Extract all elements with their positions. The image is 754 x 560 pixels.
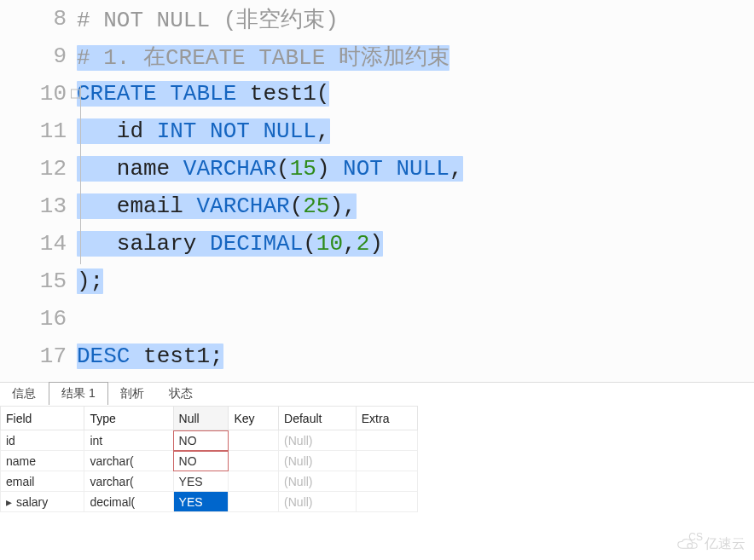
cell-null[interactable]: YES	[173, 492, 229, 512]
line-number: 12	[0, 156, 77, 182]
table-row[interactable]: emailvarchar(YES(Null)	[1, 471, 418, 492]
code-content[interactable]: # NOT NULL (非空约束)	[77, 4, 754, 34]
code-line[interactable]: 12 name VARCHAR(15) NOT NULL,	[0, 150, 754, 188]
code-content[interactable]: salary DECIMAL(10,2)	[77, 231, 754, 257]
code-line[interactable]: 14 salary DECIMAL(10,2)	[0, 225, 754, 263]
code-line[interactable]: 10CREATE TABLE test1(	[0, 75, 754, 113]
cell-null[interactable]: NO	[173, 430, 229, 451]
cell-type[interactable]: varchar(	[84, 471, 173, 492]
cell-default[interactable]: (Null)	[279, 492, 357, 512]
result-tabs: 信息结果 1剖析状态	[0, 382, 754, 406]
code-line[interactable]: 8# NOT NULL (非空约束)	[0, 0, 754, 38]
cell-extra[interactable]	[356, 451, 417, 471]
tab-1[interactable]: 结果 1	[49, 382, 108, 405]
cell-key[interactable]	[229, 451, 279, 471]
line-number: 13	[0, 193, 77, 219]
fold-guide	[80, 85, 81, 264]
cell-key[interactable]	[229, 430, 279, 451]
code-content[interactable]: );	[77, 268, 754, 294]
cell-field[interactable]: id	[1, 430, 84, 451]
code-content[interactable]: name VARCHAR(15) NOT NULL,	[77, 156, 754, 182]
cell-null[interactable]: YES	[173, 471, 229, 492]
cell-field[interactable]: name	[1, 451, 84, 471]
code-content[interactable]: email VARCHAR(25),	[77, 193, 754, 219]
code-content[interactable]: # 1. 在CREATE TABLE 时添加约束	[77, 42, 754, 72]
col-key[interactable]: Key	[229, 407, 279, 430]
cell-key[interactable]	[229, 492, 279, 512]
code-line[interactable]: 17DESC test1;	[0, 338, 754, 375]
code-line[interactable]: 15);	[0, 263, 754, 300]
line-number: 11	[0, 118, 77, 144]
cell-extra[interactable]	[356, 471, 417, 492]
watermark: 亿速云	[676, 535, 745, 553]
line-number: 16	[0, 306, 77, 332]
tab-0[interactable]: 信息	[0, 383, 49, 406]
col-null[interactable]: Null	[173, 407, 229, 430]
cell-default[interactable]: (Null)	[279, 471, 357, 492]
col-extra[interactable]: Extra	[356, 407, 417, 430]
cell-type[interactable]: decimal(	[84, 492, 173, 512]
col-default[interactable]: Default	[279, 407, 357, 430]
line-number: 8	[0, 6, 77, 32]
code-line[interactable]: 11 id INT NOT NULL,	[0, 113, 754, 150]
col-type[interactable]: Type	[84, 407, 173, 430]
cell-type[interactable]: int	[84, 430, 173, 451]
code-line[interactable]: 9# 1. 在CREATE TABLE 时添加约束	[0, 38, 754, 75]
cell-extra[interactable]	[356, 492, 417, 512]
cell-default[interactable]: (Null)	[279, 451, 357, 471]
results-panel: FieldTypeNullKeyDefaultExtra idintNO(Nul…	[0, 406, 754, 512]
code-editor[interactable]: 8# NOT NULL (非空约束)9# 1. 在CREATE TABLE 时添…	[0, 0, 754, 382]
cell-field[interactable]: ▸ salary	[1, 492, 84, 512]
table-row[interactable]: idintNO(Null)	[1, 430, 418, 451]
code-line[interactable]: 16	[0, 300, 754, 338]
col-field[interactable]: Field	[1, 407, 84, 430]
line-number: 17	[0, 344, 77, 369]
cell-field[interactable]: email	[1, 471, 84, 492]
table-row[interactable]: ▸ salarydecimal(YES(Null)	[1, 492, 418, 512]
line-number: 9	[0, 43, 77, 69]
code-line[interactable]: 13 email VARCHAR(25),	[0, 188, 754, 225]
line-number: 15	[0, 268, 77, 294]
tab-2[interactable]: 剖析	[108, 383, 157, 406]
line-number: 10	[0, 81, 77, 107]
cell-default[interactable]: (Null)	[279, 430, 357, 451]
code-content[interactable]: id INT NOT NULL,	[77, 118, 754, 144]
cell-extra[interactable]	[356, 430, 417, 451]
line-number: 14	[0, 231, 77, 257]
cs-watermark: CS	[688, 531, 703, 543]
tab-3[interactable]: 状态	[157, 383, 206, 406]
table-row[interactable]: namevarchar(NO(Null)	[1, 451, 418, 471]
code-content[interactable]: DESC test1;	[77, 344, 754, 369]
cell-null[interactable]: NO	[173, 451, 229, 471]
cell-key[interactable]	[229, 471, 279, 492]
code-content[interactable]: CREATE TABLE test1(	[77, 81, 754, 107]
desc-table[interactable]: FieldTypeNullKeyDefaultExtra idintNO(Nul…	[0, 406, 418, 512]
cell-type[interactable]: varchar(	[84, 451, 173, 471]
row-indicator-icon: ▸	[6, 495, 13, 509]
